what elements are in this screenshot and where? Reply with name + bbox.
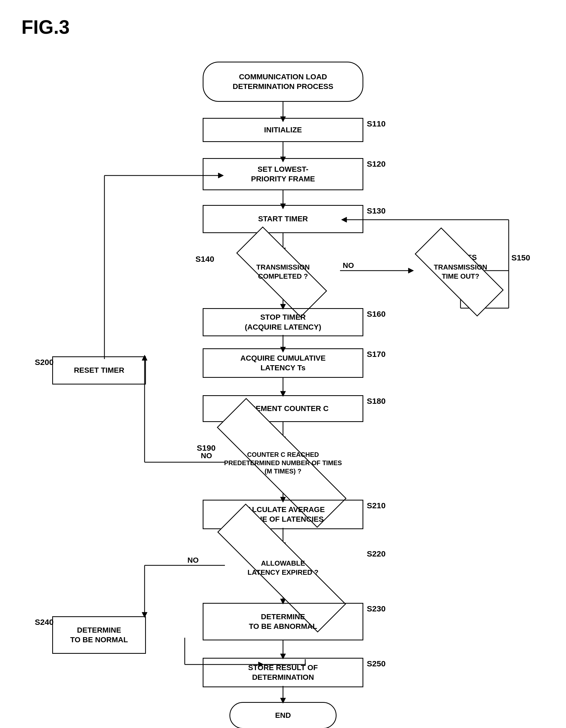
s250-step: S250 bbox=[367, 659, 385, 668]
s160-node: STOP TIMER (ACQUIRE LATENCY) bbox=[203, 308, 363, 336]
s200-step: S200 bbox=[35, 358, 54, 367]
svg-text:NO: NO bbox=[188, 556, 199, 564]
s140-label: TRANSMISSION COMPLETED ? bbox=[256, 263, 309, 281]
s200-node: RESET TIMER bbox=[52, 356, 146, 384]
s190-step: S190 bbox=[197, 443, 216, 453]
s230-step: S230 bbox=[367, 604, 385, 613]
s160-label: STOP TIMER (ACQUIRE LATENCY) bbox=[245, 312, 321, 332]
s120-node: SET LOWEST- PRIORITY FRAME bbox=[203, 158, 363, 190]
s130-node: START TIMER bbox=[203, 205, 363, 233]
s160-step: S160 bbox=[367, 309, 385, 319]
s130-label: START TIMER bbox=[258, 214, 308, 224]
s130-step: S130 bbox=[367, 206, 385, 215]
s190-diamond-wrapper: COUNTER C REACHED PREDETERMINED NUMBER O… bbox=[203, 441, 363, 485]
start-node: COMMUNICATION LOAD DETERMINATION PROCESS bbox=[203, 62, 363, 102]
s200-label: RESET TIMER bbox=[74, 365, 124, 375]
s150-step: S150 bbox=[511, 253, 530, 262]
s230-node: DETERMINE TO BE ABNORMAL bbox=[203, 603, 363, 640]
s240-label: DETERMINE TO BE NORMAL bbox=[70, 625, 128, 645]
s240-step: S240 bbox=[35, 618, 54, 627]
s180-step: S180 bbox=[367, 397, 385, 406]
s110-label: INITIALIZE bbox=[264, 125, 302, 135]
svg-text:NO: NO bbox=[343, 261, 354, 270]
s170-node: ACQUIRE CUMULATIVE LATENCY Ts bbox=[203, 348, 363, 378]
s250-label: STORE RESULT OF DETERMINATION bbox=[248, 663, 318, 682]
s170-label: ACQUIRE CUMULATIVE LATENCY Ts bbox=[241, 353, 325, 373]
end-node: END bbox=[230, 702, 336, 728]
s170-step: S170 bbox=[367, 350, 385, 359]
s120-step: S120 bbox=[367, 159, 385, 169]
s120-label: SET LOWEST- PRIORITY FRAME bbox=[251, 165, 315, 184]
s110-step: S110 bbox=[367, 119, 385, 128]
s140-step: S140 bbox=[196, 255, 214, 264]
end-label: END bbox=[275, 711, 291, 720]
s150-label: TRANSMISSION TIME OUT? bbox=[434, 263, 487, 281]
s140-diamond-wrapper: TRANSMISSION COMPLETED ? bbox=[230, 252, 336, 292]
start-label: COMMUNICATION LOAD DETERMINATION PROCESS bbox=[233, 72, 333, 92]
s250-node: STORE RESULT OF DETERMINATION bbox=[203, 658, 363, 687]
s190-label: COUNTER C REACHED PREDETERMINED NUMBER O… bbox=[224, 450, 342, 476]
s230-label: DETERMINE TO BE ABNORMAL bbox=[249, 612, 317, 632]
s220-diamond-wrapper: ALLOWABLE LATENCY EXPIRED ? bbox=[203, 547, 363, 589]
s240-node: DETERMINE TO BE NORMAL bbox=[52, 616, 146, 654]
s220-label: ALLOWABLE LATENCY EXPIRED ? bbox=[248, 559, 318, 577]
s220-step: S220 bbox=[367, 549, 385, 558]
s110-node: INITIALIZE bbox=[203, 118, 363, 142]
s210-step: S210 bbox=[367, 501, 385, 510]
s150-diamond-wrapper: TRANSMISSION TIME OUT? bbox=[412, 252, 509, 292]
